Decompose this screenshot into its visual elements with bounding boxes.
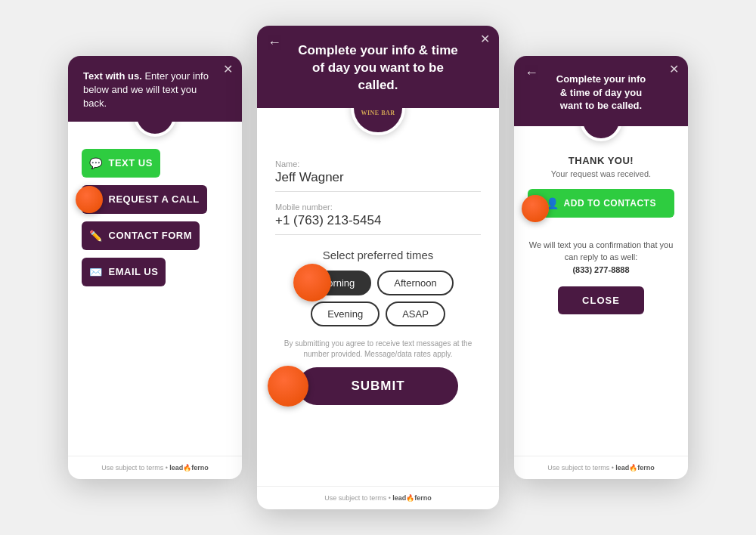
middle-leadferno: lead🔥ferno: [392, 494, 432, 502]
right-widget-footer: Use subject to terms • lead🔥ferno: [514, 456, 688, 479]
left-widget: ✕ Text with us. Enter your info below an…: [68, 56, 242, 479]
pencil-icon: ✏️: [89, 230, 103, 242]
afternoon-button[interactable]: Afternoon: [377, 271, 453, 295]
mobile-value: +1 (763) 213-5454: [275, 213, 481, 235]
confirmation-phone: (833) 277-8888: [572, 265, 629, 274]
right-content: THANK YOU! Your request was received. 👤 …: [514, 147, 688, 456]
left-header-text: Text with us. Enter your info below and …: [83, 70, 227, 111]
evening-button[interactable]: Evening: [311, 302, 380, 326]
phone-icon: 📞: [89, 193, 103, 206]
right-header: ← ✕ Complete your info & time of day you…: [514, 56, 688, 126]
morning-button[interactable]: Morning: [302, 271, 371, 295]
middle-close-button[interactable]: ✕: [480, 33, 490, 45]
right-back-button[interactable]: ←: [525, 65, 538, 81]
contact-form-button[interactable]: ✏️ CONTACT FORM: [82, 221, 200, 250]
middle-header-title: Complete your info & time of day you wan…: [295, 42, 461, 94]
mobile-label: Mobile number:: [275, 203, 481, 212]
right-header-title: Complete your info & time of day you wan…: [552, 73, 650, 113]
name-value: Jeff Wagner: [275, 170, 481, 192]
add-to-contacts-button[interactable]: 👤 ADD TO CONTACTS: [528, 189, 674, 218]
left-widget-header: ✕ Text with us. Enter your info below an…: [68, 56, 242, 122]
left-header-strong: Text with us.: [83, 70, 142, 82]
asap-button[interactable]: ASAP: [386, 302, 445, 326]
contact-form-label: CONTACT FORM: [109, 230, 192, 241]
middle-footer-text: Use subject to terms •: [324, 494, 392, 502]
middle-widget: ← ✕ Complete your info & time of day you…: [257, 26, 499, 509]
middle-header: ← ✕ Complete your info & time of day you…: [257, 26, 499, 108]
request-call-button[interactable]: 📞 REQUEST A CALL: [82, 185, 207, 214]
right-widget: ← ✕ Complete your info & time of day you…: [514, 56, 688, 479]
name-label: Name:: [275, 159, 481, 169]
thank-you-sub: Your request was received.: [551, 169, 651, 178]
message-icon: 💬: [89, 157, 103, 169]
submit-area: SUBMIT: [275, 367, 481, 405]
right-close-button[interactable]: ✕: [669, 63, 679, 76]
add-contacts-label: ADD TO CONTACTS: [564, 198, 656, 209]
middle-widget-footer: Use subject to terms • lead🔥ferno: [257, 486, 499, 509]
left-close-button[interactable]: ✕: [223, 63, 233, 76]
submit-button[interactable]: SUBMIT: [298, 367, 457, 405]
text-us-label: TEXT US: [109, 157, 153, 169]
time-options: Morning Afternoon Evening ASAP: [275, 271, 481, 326]
middle-disclaimer: By submitting you agree to receive text …: [275, 339, 481, 360]
close-button[interactable]: CLOSE: [558, 286, 644, 314]
left-buttons-area: 💬 TEXT US 📞 REQUEST A CALL ✏️ CONTACT FO…: [68, 143, 242, 298]
email-us-label: EMAIL US: [109, 266, 159, 277]
envelope-icon: ✉️: [89, 266, 103, 278]
request-call-label: REQUEST A CALL: [109, 193, 200, 205]
confirmation-sub: We will text you a confirmation that you…: [529, 240, 674, 262]
left-widget-footer: Use subject to terms • lead🔥ferno: [68, 456, 242, 479]
person-icon: 👤: [546, 197, 559, 209]
left-footer-text: Use subject to terms •: [101, 464, 169, 472]
middle-form-area: Name: Jeff Wagner Mobile number: +1 (763…: [257, 141, 499, 486]
confirmation-text: We will text you a confirmation that you…: [528, 239, 674, 277]
right-footer-text: Use subject to terms •: [547, 464, 615, 472]
select-times-label: Select preferred times: [275, 249, 481, 261]
left-leadferno: lead🔥ferno: [169, 464, 209, 472]
middle-back-button[interactable]: ←: [268, 35, 281, 51]
email-us-button[interactable]: ✉️ EMAIL US: [82, 258, 166, 286]
text-us-button[interactable]: 💬 TEXT US: [82, 149, 160, 178]
thank-you-title: THANK YOU!: [569, 155, 634, 166]
right-leadferno: lead🔥ferno: [615, 464, 655, 472]
